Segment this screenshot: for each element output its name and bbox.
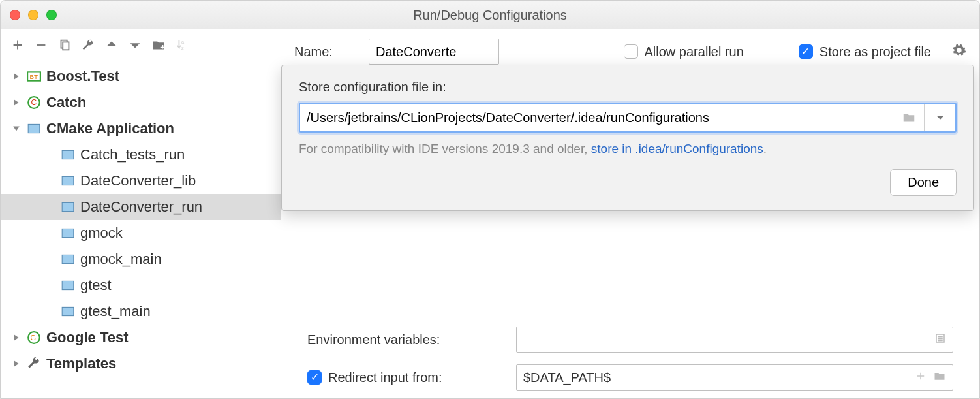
tree-node-dateconverter_run[interactable]: DateConverter_run [1, 194, 281, 220]
titlebar: Run/Debug Configurations [1, 1, 979, 29]
wrench-icon[interactable] [80, 37, 96, 53]
svg-text:z: z [181, 45, 184, 51]
move-up-icon[interactable] [104, 37, 119, 53]
svg-text:G: G [31, 334, 37, 342]
allow-parallel-label: Allow parallel run [645, 44, 744, 59]
name-input[interactable] [369, 39, 499, 65]
window-minimize-button[interactable] [28, 10, 38, 20]
gtest-icon: G [27, 330, 41, 345]
browse-folder-icon[interactable] [933, 370, 946, 386]
svg-rect-9 [62, 150, 74, 159]
window-close-button[interactable] [10, 10, 20, 20]
move-down-icon[interactable] [127, 37, 143, 53]
window-title: Run/Debug Configurations [413, 7, 567, 22]
list-edit-icon[interactable] [934, 332, 946, 347]
tree-node-cmake-app[interactable]: CMake Application [1, 116, 281, 142]
name-label: Name: [294, 44, 353, 59]
sidebar-toolbar: az [1, 29, 281, 61]
path-input[interactable] [300, 104, 893, 131]
done-button[interactable]: Done [890, 169, 957, 196]
store-project-checkbox[interactable]: Store as project file [799, 44, 931, 59]
env-input[interactable] [516, 327, 953, 353]
svg-rect-8 [28, 124, 40, 133]
square-app-icon [61, 174, 75, 188]
copy-icon[interactable] [57, 37, 72, 53]
popover-hint: For compatibility with IDE versions 2019… [299, 142, 957, 156]
chevron-down-icon[interactable] [924, 104, 955, 131]
svg-rect-15 [62, 307, 74, 315]
tree-node-gtest_main[interactable]: gtest_main [1, 298, 281, 325]
hint-link[interactable]: store in .idea/runConfigurations [591, 142, 763, 155]
redirect-input[interactable]: $DATA_PATH$ [516, 364, 953, 391]
tree-node-catch[interactable]: C Catch [1, 89, 281, 116]
tree-node-google-test[interactable]: G Google Test [1, 325, 281, 351]
config-tree[interactable]: BT Boost.Test C Catch CMake Application … [1, 61, 281, 398]
svg-rect-10 [62, 176, 74, 185]
redirect-checkbox[interactable] [307, 370, 322, 385]
square-app-icon [61, 304, 75, 319]
popover-header: Store configuration file in: [299, 80, 957, 95]
square-app-icon [61, 200, 75, 214]
tree-node-gtest[interactable]: gtest [1, 272, 281, 298]
browse-folder-icon[interactable] [893, 104, 924, 131]
main-panel: Name: Allow parallel run Store as projec… [281, 29, 979, 398]
gear-icon[interactable] [952, 43, 966, 61]
env-label: Environment variables: [307, 332, 516, 347]
allow-parallel-checkbox[interactable]: Allow parallel run [624, 44, 744, 59]
checkbox-icon [624, 44, 638, 59]
window-zoom-button[interactable] [46, 10, 57, 20]
redirect-label: Redirect input from: [328, 370, 442, 385]
svg-rect-12 [62, 229, 74, 237]
square-app-icon [61, 148, 75, 162]
square-app-icon [27, 121, 41, 136]
add-icon[interactable] [915, 370, 926, 385]
path-combo[interactable] [299, 103, 957, 133]
sidebar: az BT Boost.Test C Catch CMake Applicati… [1, 29, 281, 398]
svg-rect-1 [63, 42, 69, 50]
wrench-icon [27, 357, 41, 371]
checkbox-icon [799, 44, 813, 59]
square-app-icon [61, 278, 75, 293]
svg-rect-14 [62, 281, 74, 289]
save-folder-icon[interactable] [151, 37, 166, 53]
redirect-row: Redirect input from: $DATA_PATH$ [307, 364, 953, 391]
tree-node-gmock[interactable]: gmock [1, 220, 281, 246]
store-location-popover: Store configuration file in: For compati… [281, 65, 974, 211]
boost-icon: BT [27, 69, 41, 84]
svg-text:a: a [181, 39, 185, 45]
env-row: Environment variables: [307, 327, 953, 353]
tree-node-dateconverter_lib[interactable]: DateConverter_lib [1, 168, 281, 194]
svg-rect-11 [62, 202, 74, 211]
add-icon[interactable] [10, 37, 25, 53]
remove-icon[interactable] [33, 37, 49, 53]
tree-node-boost[interactable]: BT Boost.Test [1, 63, 281, 89]
tree-node-templates[interactable]: Templates [1, 351, 281, 377]
svg-text:BT: BT [29, 73, 38, 80]
catch-icon: C [27, 95, 41, 110]
tree-node-catch_tests_run[interactable]: Catch_tests_run [1, 142, 281, 168]
square-app-icon [61, 252, 75, 266]
svg-rect-13 [62, 255, 74, 263]
tree-node-gmock_main[interactable]: gmock_main [1, 246, 281, 272]
sort-az-icon[interactable]: az [174, 37, 190, 53]
store-project-label: Store as project file [819, 44, 931, 59]
square-app-icon [61, 226, 75, 240]
svg-text:C: C [31, 98, 37, 107]
